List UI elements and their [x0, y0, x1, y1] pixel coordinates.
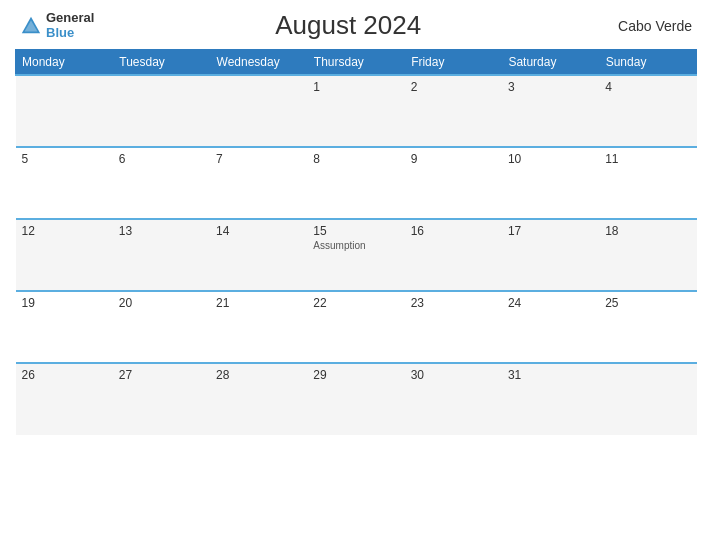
- calendar-cell: 8: [307, 147, 404, 219]
- calendar-cell: 31: [502, 363, 599, 435]
- logo-general-text: General: [46, 11, 94, 25]
- day-number: 21: [216, 296, 301, 310]
- day-number: 15: [313, 224, 398, 238]
- day-number: 9: [411, 152, 496, 166]
- calendar-week-row: 12131415Assumption161718: [16, 219, 697, 291]
- calendar-week-row: 262728293031: [16, 363, 697, 435]
- calendar-cell: 17: [502, 219, 599, 291]
- calendar-cell: 2: [405, 75, 502, 147]
- day-number: 28: [216, 368, 301, 382]
- calendar-cell: 26: [16, 363, 113, 435]
- day-number: 1: [313, 80, 398, 94]
- day-number: 4: [605, 80, 690, 94]
- calendar-cell: 24: [502, 291, 599, 363]
- calendar-cell: [16, 75, 113, 147]
- day-number: 29: [313, 368, 398, 382]
- day-number: 14: [216, 224, 301, 238]
- calendar-week-row: 19202122232425: [16, 291, 697, 363]
- calendar-title: August 2024: [94, 10, 602, 41]
- day-number: 27: [119, 368, 204, 382]
- day-number: 13: [119, 224, 204, 238]
- calendar-cell: [599, 363, 696, 435]
- calendar-cell: 4: [599, 75, 696, 147]
- day-number: 19: [22, 296, 107, 310]
- day-number: 18: [605, 224, 690, 238]
- calendar-cell: 15Assumption: [307, 219, 404, 291]
- day-number: 23: [411, 296, 496, 310]
- weekday-header: Wednesday: [210, 50, 307, 76]
- calendar-cell: 10: [502, 147, 599, 219]
- calendar-week-row: 567891011: [16, 147, 697, 219]
- calendar-cell: 27: [113, 363, 210, 435]
- calendar-cell: [210, 75, 307, 147]
- day-number: 22: [313, 296, 398, 310]
- day-number: 11: [605, 152, 690, 166]
- day-number: 17: [508, 224, 593, 238]
- calendar-cell: 5: [16, 147, 113, 219]
- header: General Blue August 2024 Cabo Verde: [15, 10, 697, 41]
- calendar-cell: 18: [599, 219, 696, 291]
- calendar-cell: 12: [16, 219, 113, 291]
- day-number: 20: [119, 296, 204, 310]
- calendar-cell: 16: [405, 219, 502, 291]
- day-number: 3: [508, 80, 593, 94]
- calendar-cell: 29: [307, 363, 404, 435]
- weekday-header: Saturday: [502, 50, 599, 76]
- calendar-cell: 20: [113, 291, 210, 363]
- day-number: 24: [508, 296, 593, 310]
- day-number: 5: [22, 152, 107, 166]
- calendar-cell: 3: [502, 75, 599, 147]
- logo-blue-text: Blue: [46, 26, 94, 40]
- calendar-cell: 6: [113, 147, 210, 219]
- day-number: 25: [605, 296, 690, 310]
- day-number: 12: [22, 224, 107, 238]
- calendar-cell: 30: [405, 363, 502, 435]
- calendar-table: MondayTuesdayWednesdayThursdayFridaySatu…: [15, 49, 697, 435]
- weekday-header-row: MondayTuesdayWednesdayThursdayFridaySatu…: [16, 50, 697, 76]
- calendar-cell: 21: [210, 291, 307, 363]
- day-number: 26: [22, 368, 107, 382]
- weekday-header: Tuesday: [113, 50, 210, 76]
- calendar-cell: 9: [405, 147, 502, 219]
- calendar-cell: 7: [210, 147, 307, 219]
- page: General Blue August 2024 Cabo Verde Mond…: [0, 0, 712, 550]
- calendar-cell: 25: [599, 291, 696, 363]
- calendar-cell: 1: [307, 75, 404, 147]
- day-number: 7: [216, 152, 301, 166]
- calendar-cell: 13: [113, 219, 210, 291]
- calendar-cell: 22: [307, 291, 404, 363]
- weekday-header: Friday: [405, 50, 502, 76]
- calendar-cell: 11: [599, 147, 696, 219]
- calendar-week-row: 1234: [16, 75, 697, 147]
- calendar-cell: 28: [210, 363, 307, 435]
- weekday-header: Thursday: [307, 50, 404, 76]
- calendar-cell: [113, 75, 210, 147]
- weekday-header: Monday: [16, 50, 113, 76]
- country-name: Cabo Verde: [602, 18, 692, 34]
- calendar-cell: 19: [16, 291, 113, 363]
- day-number: 31: [508, 368, 593, 382]
- day-number: 2: [411, 80, 496, 94]
- logo: General Blue: [20, 11, 94, 40]
- day-number: 6: [119, 152, 204, 166]
- day-number: 30: [411, 368, 496, 382]
- weekday-header: Sunday: [599, 50, 696, 76]
- day-number: 8: [313, 152, 398, 166]
- day-number: 16: [411, 224, 496, 238]
- calendar-cell: 23: [405, 291, 502, 363]
- day-number: 10: [508, 152, 593, 166]
- calendar-cell: 14: [210, 219, 307, 291]
- logo-icon: [20, 15, 42, 37]
- holiday-name: Assumption: [313, 240, 398, 251]
